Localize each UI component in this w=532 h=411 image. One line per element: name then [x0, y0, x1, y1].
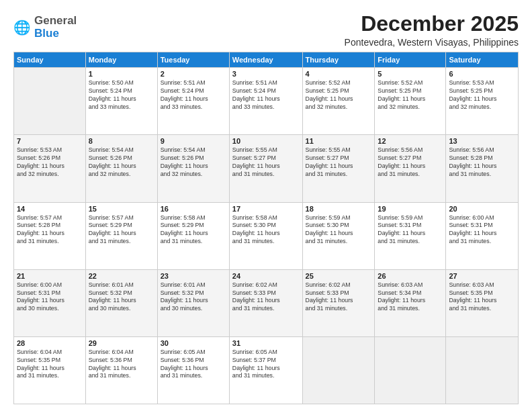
day-number: 2	[161, 70, 226, 78]
cell-info: Sunrise: 5:59 AMSunset: 5:31 PMDaylight:…	[378, 214, 443, 246]
cell-info: Sunrise: 6:03 AMSunset: 5:35 PMDaylight:…	[449, 281, 515, 314]
calendar-cell: 11Sunrise: 5:55 AMSunset: 5:27 PMDayligh…	[302, 135, 375, 202]
week-row-5: 28Sunrise: 6:04 AMSunset: 5:35 PMDayligh…	[14, 336, 519, 404]
day-number: 30	[161, 339, 226, 347]
cell-info: Sunrise: 5:52 AMSunset: 5:25 PMDaylight:…	[306, 79, 372, 111]
day-number: 27	[449, 272, 515, 280]
cell-info: Sunrise: 5:53 AMSunset: 5:26 PMDaylight:…	[17, 146, 83, 179]
day-number: 9	[161, 137, 226, 145]
calendar-cell: 21Sunrise: 6:00 AMSunset: 5:31 PMDayligh…	[14, 269, 86, 336]
day-number: 12	[378, 137, 443, 145]
calendar-cell: 15Sunrise: 5:57 AMSunset: 5:29 PMDayligh…	[85, 202, 157, 269]
title-block: December 2025 Pontevedra, Western Visaya…	[345, 12, 519, 48]
calendar-cell: 23Sunrise: 6:01 AMSunset: 5:32 PMDayligh…	[157, 269, 229, 336]
week-row-2: 7Sunrise: 5:53 AMSunset: 5:26 PMDaylight…	[14, 135, 519, 202]
day-number: 1	[89, 70, 154, 78]
cell-info: Sunrise: 6:00 AMSunset: 5:31 PMDaylight:…	[449, 214, 515, 246]
cell-info: Sunrise: 5:53 AMSunset: 5:25 PMDaylight:…	[449, 79, 515, 111]
weekday-header-sunday: Sunday	[14, 52, 86, 68]
day-number: 31	[232, 339, 300, 347]
calendar-cell: 30Sunrise: 6:05 AMSunset: 5:36 PMDayligh…	[157, 336, 229, 404]
week-row-4: 21Sunrise: 6:00 AMSunset: 5:31 PMDayligh…	[14, 269, 519, 336]
calendar-cell: 22Sunrise: 6:01 AMSunset: 5:32 PMDayligh…	[85, 269, 157, 336]
day-number: 15	[89, 205, 154, 213]
week-row-3: 14Sunrise: 5:57 AMSunset: 5:28 PMDayligh…	[14, 202, 519, 269]
weekday-header-friday: Friday	[375, 52, 446, 68]
cell-info: Sunrise: 5:57 AMSunset: 5:29 PMDaylight:…	[89, 214, 154, 246]
day-number: 17	[232, 205, 300, 213]
day-number: 29	[89, 339, 154, 347]
calendar-cell: 7Sunrise: 5:53 AMSunset: 5:26 PMDaylight…	[14, 135, 86, 202]
day-number: 16	[161, 205, 226, 213]
subtitle: Pontevedra, Western Visayas, Philippines	[345, 37, 519, 48]
day-number: 4	[306, 70, 372, 78]
calendar-cell: 31Sunrise: 6:05 AMSunset: 5:37 PMDayligh…	[229, 336, 302, 404]
calendar-cell: 9Sunrise: 5:54 AMSunset: 5:26 PMDaylight…	[157, 135, 229, 202]
cell-info: Sunrise: 6:05 AMSunset: 5:36 PMDaylight:…	[161, 349, 226, 381]
cell-info: Sunrise: 5:58 AMSunset: 5:30 PMDaylight:…	[232, 214, 300, 246]
day-number: 22	[89, 272, 154, 280]
calendar-cell: 12Sunrise: 5:56 AMSunset: 5:27 PMDayligh…	[375, 135, 446, 202]
week-row-1: 1Sunrise: 5:50 AMSunset: 5:24 PMDaylight…	[14, 68, 519, 135]
logo-blue-text: Blue	[34, 27, 59, 40]
day-number: 11	[306, 137, 372, 145]
calendar-cell	[14, 68, 86, 135]
weekday-header-saturday: Saturday	[446, 52, 519, 68]
main-title: December 2025	[345, 12, 519, 36]
calendar-cell	[302, 336, 375, 404]
weekday-header-wednesday: Wednesday	[229, 52, 302, 68]
page: 🌐 General Blue December 2025 Pontevedra,…	[0, 0, 532, 411]
day-number: 24	[232, 272, 300, 280]
logo: 🌐 General Blue	[13, 15, 77, 40]
cell-info: Sunrise: 6:02 AMSunset: 5:33 PMDaylight:…	[232, 281, 300, 314]
day-number: 10	[232, 137, 300, 145]
calendar-cell: 4Sunrise: 5:52 AMSunset: 5:25 PMDaylight…	[302, 68, 375, 135]
cell-info: Sunrise: 6:04 AMSunset: 5:35 PMDaylight:…	[17, 349, 83, 381]
cell-info: Sunrise: 6:05 AMSunset: 5:37 PMDaylight:…	[232, 349, 300, 381]
cell-info: Sunrise: 5:52 AMSunset: 5:25 PMDaylight:…	[378, 79, 443, 111]
cell-info: Sunrise: 5:54 AMSunset: 5:26 PMDaylight:…	[89, 146, 154, 179]
calendar-cell: 13Sunrise: 5:56 AMSunset: 5:28 PMDayligh…	[446, 135, 519, 202]
cell-info: Sunrise: 5:56 AMSunset: 5:27 PMDaylight:…	[378, 146, 443, 179]
day-number: 25	[306, 272, 372, 280]
cell-info: Sunrise: 5:55 AMSunset: 5:27 PMDaylight:…	[306, 146, 372, 179]
day-number: 3	[232, 70, 300, 78]
cell-info: Sunrise: 5:57 AMSunset: 5:28 PMDaylight:…	[17, 214, 83, 246]
calendar-cell: 5Sunrise: 5:52 AMSunset: 5:25 PMDaylight…	[375, 68, 446, 135]
calendar-cell: 3Sunrise: 5:51 AMSunset: 5:24 PMDaylight…	[229, 68, 302, 135]
day-number: 18	[306, 205, 372, 213]
weekday-header-thursday: Thursday	[302, 52, 375, 68]
svg-text:🌐: 🌐	[13, 18, 31, 36]
calendar-cell: 1Sunrise: 5:50 AMSunset: 5:24 PMDaylight…	[85, 68, 157, 135]
calendar-cell	[375, 336, 446, 404]
day-number: 21	[17, 272, 83, 280]
cell-info: Sunrise: 6:01 AMSunset: 5:32 PMDaylight:…	[161, 281, 226, 314]
header: 🌐 General Blue December 2025 Pontevedra,…	[13, 12, 519, 48]
weekday-header-monday: Monday	[85, 52, 157, 68]
cell-info: Sunrise: 5:50 AMSunset: 5:24 PMDaylight:…	[89, 79, 154, 111]
calendar-cell: 25Sunrise: 6:02 AMSunset: 5:33 PMDayligh…	[302, 269, 375, 336]
cell-info: Sunrise: 5:51 AMSunset: 5:24 PMDaylight:…	[161, 79, 226, 111]
cell-info: Sunrise: 6:04 AMSunset: 5:36 PMDaylight:…	[89, 349, 154, 381]
day-number: 13	[449, 137, 515, 145]
logo-text: General Blue	[34, 15, 77, 40]
calendar-cell: 28Sunrise: 6:04 AMSunset: 5:35 PMDayligh…	[14, 336, 86, 404]
day-number: 5	[378, 70, 443, 78]
weekday-header-row: SundayMondayTuesdayWednesdayThursdayFrid…	[14, 52, 519, 68]
calendar-cell: 18Sunrise: 5:59 AMSunset: 5:30 PMDayligh…	[302, 202, 375, 269]
day-number: 7	[17, 137, 83, 145]
day-number: 28	[17, 339, 83, 347]
calendar-cell: 14Sunrise: 5:57 AMSunset: 5:28 PMDayligh…	[14, 202, 86, 269]
calendar-cell: 6Sunrise: 5:53 AMSunset: 5:25 PMDaylight…	[446, 68, 519, 135]
calendar-cell: 19Sunrise: 5:59 AMSunset: 5:31 PMDayligh…	[375, 202, 446, 269]
day-number: 6	[449, 70, 515, 78]
cell-info: Sunrise: 5:58 AMSunset: 5:29 PMDaylight:…	[161, 214, 226, 246]
calendar-cell: 24Sunrise: 6:02 AMSunset: 5:33 PMDayligh…	[229, 269, 302, 336]
day-number: 8	[89, 137, 154, 145]
cell-info: Sunrise: 5:55 AMSunset: 5:27 PMDaylight:…	[232, 146, 300, 179]
cell-info: Sunrise: 5:51 AMSunset: 5:24 PMDaylight:…	[232, 79, 300, 111]
logo-general-text: General	[34, 14, 77, 27]
cell-info: Sunrise: 5:59 AMSunset: 5:30 PMDaylight:…	[306, 214, 372, 246]
calendar-cell: 8Sunrise: 5:54 AMSunset: 5:26 PMDaylight…	[85, 135, 157, 202]
cell-info: Sunrise: 5:54 AMSunset: 5:26 PMDaylight:…	[161, 146, 226, 179]
